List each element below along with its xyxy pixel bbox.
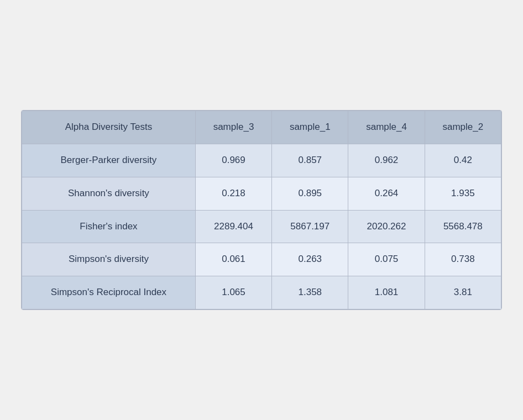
cell-value: 3.81	[425, 276, 501, 309]
cell-value: 0.061	[195, 243, 271, 276]
cell-value: 0.738	[425, 243, 501, 276]
cell-value: 0.218	[195, 177, 271, 210]
header-col4: sample_2	[425, 111, 501, 144]
row-label: Simpson's diversity	[22, 243, 196, 276]
cell-value: 1.935	[425, 177, 501, 210]
cell-value: 0.895	[272, 177, 348, 210]
cell-value: 2020.262	[348, 210, 425, 243]
cell-value: 0.263	[272, 243, 348, 276]
header-col2: sample_1	[272, 111, 348, 144]
cell-value: 0.857	[272, 144, 348, 177]
cell-value: 1.358	[272, 276, 348, 309]
cell-value: 2289.404	[195, 210, 271, 243]
table-row: Shannon's diversity0.2180.8950.2641.935	[22, 177, 501, 210]
header-col3: sample_4	[348, 111, 425, 144]
cell-value: 0.42	[425, 144, 501, 177]
header-col0: Alpha Diversity Tests	[22, 111, 196, 144]
table-row: Simpson's diversity0.0610.2630.0750.738	[22, 243, 501, 276]
cell-value: 0.969	[195, 144, 271, 177]
table-row: Fisher's index2289.4045867.1972020.26255…	[22, 210, 501, 243]
cell-value: 5568.478	[425, 210, 501, 243]
header-col1: sample_3	[195, 111, 271, 144]
row-label: Shannon's diversity	[22, 177, 196, 210]
cell-value: 1.065	[195, 276, 271, 309]
row-label: Simpson's Reciprocal Index	[22, 276, 196, 309]
table-row: Simpson's Reciprocal Index1.0651.3581.08…	[22, 276, 501, 309]
cell-value: 1.081	[348, 276, 425, 309]
cell-value: 0.075	[348, 243, 425, 276]
cell-value: 5867.197	[272, 210, 348, 243]
table-row: Berger-Parker diversity0.9690.8570.9620.…	[22, 144, 501, 177]
alpha-diversity-table: Alpha Diversity Tests sample_3 sample_1 …	[21, 110, 502, 311]
row-label: Berger-Parker diversity	[22, 144, 196, 177]
cell-value: 0.264	[348, 177, 425, 210]
row-label: Fisher's index	[22, 210, 196, 243]
cell-value: 0.962	[348, 144, 425, 177]
